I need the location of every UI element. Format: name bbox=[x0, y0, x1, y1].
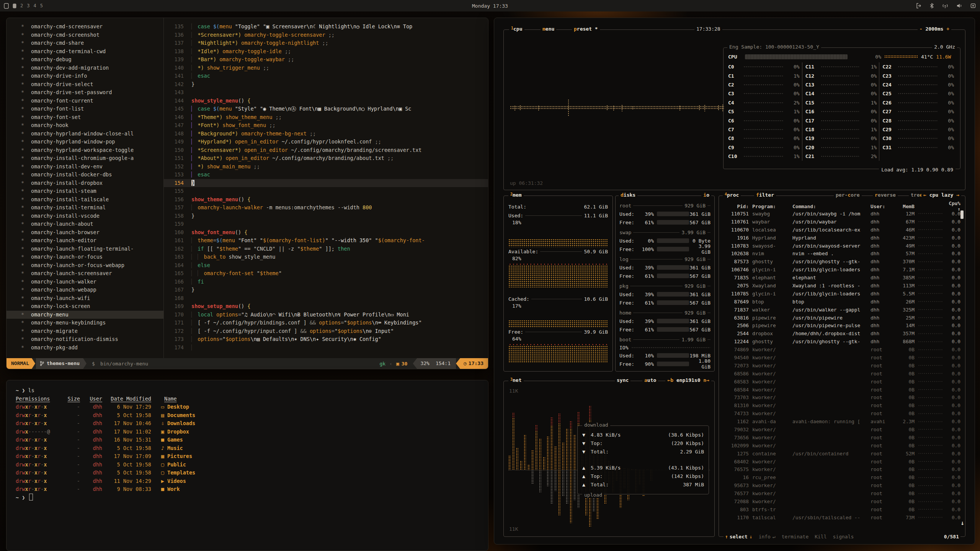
process-row[interactable]: 1275containe/usr/bin/containerdroot52M0.… bbox=[724, 450, 960, 458]
code-line[interactable]: 169show_setup_menu() { bbox=[164, 302, 488, 311]
proc-key-select[interactable]: select↓ bbox=[730, 534, 753, 540]
file-item[interactable]: *omarchy-drive-select bbox=[7, 80, 163, 89]
folder-name[interactable]: Downloads bbox=[167, 419, 195, 428]
code-line[interactable]: 162▏ if [[ "$theme" == "CNCLD" || -z "$t… bbox=[164, 245, 488, 253]
process-row[interactable]: 110761waybar/usr/bin/waybardhh67M0.0 bbox=[724, 218, 960, 226]
logout-icon[interactable] bbox=[916, 3, 922, 9]
proc-key-info[interactable]: info↵ bbox=[759, 534, 776, 540]
code-line[interactable]: 155 bbox=[164, 187, 488, 196]
file-item[interactable]: *omarchy-cmd-terminal-cwd bbox=[7, 47, 163, 56]
process-row[interactable]: 110751swaybg/usr/bin/swaybg -i /homdhh12… bbox=[724, 210, 960, 218]
code-line[interactable]: 164▏ else bbox=[164, 261, 488, 270]
proc-key-signals[interactable]: signals bbox=[833, 534, 854, 540]
folder-name[interactable]: Documents bbox=[167, 411, 195, 420]
file-item[interactable]: *omarchy-launch-or-focus-webapp bbox=[7, 261, 163, 270]
menu-button[interactable]: menu bbox=[541, 26, 556, 32]
code-line[interactable]: 153▏ esac bbox=[164, 171, 488, 179]
code-line[interactable]: 141▏ esac bbox=[164, 72, 488, 80]
code-line[interactable]: 144show_style_menu() { bbox=[164, 97, 488, 105]
file-item[interactable]: *omarchy-hyprland-workspace-toggle bbox=[7, 146, 163, 155]
code-line[interactable]: 142} bbox=[164, 80, 488, 89]
file-item[interactable]: *omarchy-hyprland-window-pop bbox=[7, 138, 163, 146]
code-line[interactable]: 138▏ *Idle*) omarchy-toggle-idle ;; bbox=[164, 47, 488, 56]
code-line[interactable]: 154} bbox=[164, 179, 488, 187]
code-line[interactable]: 137▏ *Nightlight*) omarchy-toggle-nightl… bbox=[164, 39, 488, 47]
process-row[interactable]: 79032kworker/root0B0.0 bbox=[724, 425, 960, 434]
process-row[interactable]: 87573ghostty/usr/bin/ghostty --gtk-dhh37… bbox=[724, 258, 960, 266]
tab-mem[interactable]: 2mem bbox=[508, 192, 524, 198]
code-line[interactable]: 158} bbox=[164, 212, 488, 220]
net-sync-button[interactable]: sync bbox=[615, 377, 630, 383]
process-row[interactable]: 68586kworker/root0B0.0 bbox=[724, 370, 960, 378]
code-line[interactable]: 161▏ theme=$(menu "Font" "$(omarchy-font… bbox=[164, 236, 488, 245]
code-line[interactable]: 157▏ omarchy-launch-walker -m menus:omar… bbox=[164, 204, 488, 212]
net-interface[interactable]: ←b enp191s0 n→ bbox=[665, 377, 711, 383]
process-row[interactable]: 102638nvimnvim --embed .dhh57M0.0 bbox=[724, 249, 960, 258]
code-line[interactable]: 170▏ local options="♫ Audio\n◠ Wifi\nɃ B… bbox=[164, 311, 488, 319]
code-line[interactable]: 173▏ options="$options\n▤ Defaults\n✶ DN… bbox=[164, 335, 488, 344]
file-item[interactable]: *omarchy-hook bbox=[7, 121, 163, 130]
folder-name[interactable]: Work bbox=[167, 485, 180, 494]
folder-name[interactable]: Pictures bbox=[167, 452, 192, 461]
git-branch-segment[interactable]: themes-menu bbox=[36, 358, 87, 369]
code-line[interactable]: 143 bbox=[164, 88, 488, 97]
folder-name[interactable]: Dropbox bbox=[167, 428, 189, 436]
file-item[interactable]: *omarchy-notification-dismiss bbox=[7, 335, 163, 344]
code-line[interactable]: 168 bbox=[164, 294, 488, 303]
code-line[interactable]: 136▏ *Screensaver*) omarchy-toggle-scree… bbox=[164, 31, 488, 39]
process-row[interactable]: 2075XwaylandXwayland :1 -rootless -dhh11… bbox=[724, 282, 960, 290]
prompt-input-line[interactable]: ~ ❯ bbox=[16, 494, 488, 502]
process-row[interactable]: 803btrfs-trroot0B0.0 bbox=[724, 505, 960, 514]
scroll-down-icon[interactable]: ↓ bbox=[960, 519, 964, 527]
process-row[interactable]: 71835elephantelephantdhh385M0.0 bbox=[724, 274, 960, 282]
file-item[interactable]: *omarchy-cmd-share bbox=[7, 39, 163, 47]
code-line[interactable]: 140▏ *) show_trigger_menu ;; bbox=[164, 64, 488, 72]
file-item[interactable]: *omarchy-hyprland-window-close-all bbox=[7, 130, 163, 138]
file-item[interactable]: *omarchy-launch-browser bbox=[7, 228, 163, 237]
code-line[interactable]: 160show_font_menu() { bbox=[164, 228, 488, 237]
process-row[interactable]: 74869kworker/root0B0.0 bbox=[724, 346, 960, 354]
code-line[interactable]: 149▏ *Hyprland*) open_in_editor ~/.confi… bbox=[164, 138, 488, 146]
file-item[interactable]: *omarchy-font-list bbox=[7, 105, 163, 113]
file-item[interactable]: *omarchy-font-set bbox=[7, 113, 163, 122]
process-row[interactable]: 72073kworker/root0B0.0 bbox=[724, 362, 960, 370]
process-row[interactable]: 73703kworker/root0B0.0 bbox=[724, 393, 960, 401]
file-item[interactable]: *omarchy-font-current bbox=[7, 97, 163, 105]
tab-net[interactable]: 3net bbox=[508, 377, 524, 383]
file-item[interactable]: *omarchy-install-vscode bbox=[7, 212, 163, 220]
code-line[interactable]: 167} bbox=[164, 286, 488, 294]
code-line[interactable]: 146▏ *Theme*) show_theme_menu ;; bbox=[164, 113, 488, 122]
file-item[interactable]: *omarchy-dev-add-migration bbox=[7, 64, 163, 72]
folder-name[interactable]: Music bbox=[167, 444, 183, 453]
folder-name[interactable]: Public bbox=[167, 461, 186, 469]
file-item[interactable]: *omarchy-install-chromium-google-a bbox=[7, 154, 163, 163]
proc-scrollbar[interactable] bbox=[960, 210, 964, 219]
process-row[interactable]: 110670localsea/usr/lib/localsearch-exdhh… bbox=[724, 226, 960, 234]
battery-icon[interactable] bbox=[970, 3, 976, 9]
process-row[interactable]: 87649btopbtopdhh26M0.0 bbox=[724, 298, 960, 306]
process-row[interactable]: 1170tailscal/usr/sbin/tailscaled --root7… bbox=[724, 514, 960, 522]
process-row[interactable]: 76577kworker/root0B0.0 bbox=[724, 489, 960, 497]
code-line[interactable]: 147▏ *Font*) show_font_menu ;; bbox=[164, 121, 488, 130]
code-line[interactable]: 151▏ *About*) open_in_editor ~/.config/o… bbox=[164, 154, 488, 163]
file-item[interactable]: *omarchy-install-docker-dbs bbox=[7, 171, 163, 179]
proc-key-terminate[interactable]: terminate bbox=[782, 534, 808, 540]
code-line[interactable]: 150▏ *Screensaver*) open_in_editor ~/.co… bbox=[164, 146, 488, 155]
process-row[interactable]: 2544dropbox/home/dhh/.dropbox-distdhh357… bbox=[724, 329, 960, 337]
folder-name[interactable]: Games bbox=[167, 436, 183, 444]
code-line[interactable]: 172▏ [ -f ~/.config/hypr/input.conf ] &&… bbox=[164, 327, 488, 336]
process-row[interactable]: 95673kworker/root0B0.0 bbox=[724, 481, 960, 489]
code-line[interactable]: 165▏ ▏ omarchy-font-set "$theme" bbox=[164, 269, 488, 278]
file-item[interactable]: *omarchy-migrate bbox=[7, 327, 163, 336]
process-row[interactable]: 2506pipewire/usr/bin/pipewire-pulsedhh14… bbox=[724, 321, 960, 329]
file-item[interactable]: *omarchy-launch-floating-terminal- bbox=[7, 245, 163, 253]
file-item[interactable]: *omarchy-install-dropbox bbox=[7, 179, 163, 187]
file-item[interactable]: *omarchy-lock-screen bbox=[7, 302, 163, 311]
code-line[interactable]: 145▏ case $(menu "Style" "◉ Theme\nⒶ Fon… bbox=[164, 105, 488, 113]
code-line[interactable]: 139▏ *Bar*) omarchy-toggle-waybar ;; bbox=[164, 55, 488, 64]
file-item[interactable]: *omarchy-install-tailscale bbox=[7, 196, 163, 204]
process-row[interactable]: 74733kworker/root0B0.0 bbox=[724, 409, 960, 417]
process-row[interactable]: 81310kworker/root0B0.0 bbox=[724, 401, 960, 409]
process-row[interactable]: 94540kworker/root0B0.0 bbox=[724, 354, 960, 362]
file-item[interactable]: *omarchy-cmd-screensaver bbox=[7, 23, 163, 31]
